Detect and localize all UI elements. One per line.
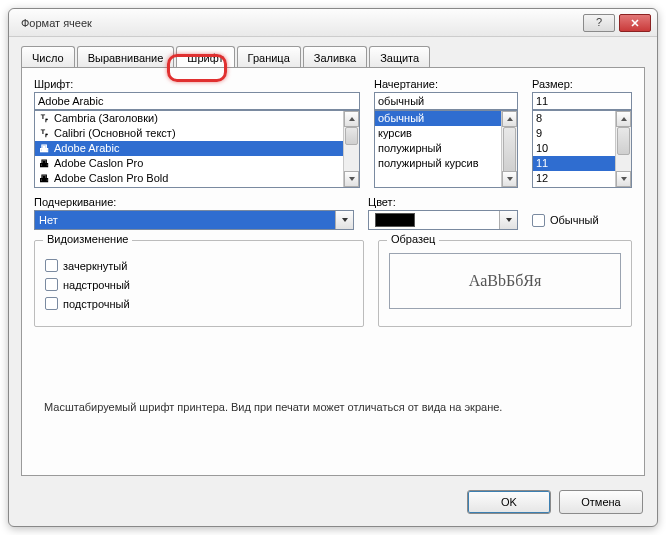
normal-font-checkbox[interactable]: Обычный	[532, 214, 599, 227]
close-button[interactable]	[619, 14, 651, 32]
printer-font-icon: 🖶	[38, 141, 50, 156]
underline-value: Нет	[35, 211, 335, 229]
tab-number[interactable]: Число	[21, 46, 75, 68]
dropdown-button[interactable]	[335, 211, 353, 229]
list-item[interactable]: 🖶Adobe Arabic	[35, 141, 343, 156]
font-input[interactable]: Adobe Arabic	[34, 92, 360, 110]
scrollbar[interactable]	[343, 111, 359, 187]
font-listbox[interactable]: ᵀᵣCambria (Заголовки) ᵀᵣCalibri (Основно…	[34, 110, 360, 188]
scrollbar[interactable]	[501, 111, 517, 187]
size-label: Размер:	[532, 78, 632, 90]
list-item[interactable]: курсив	[375, 126, 501, 141]
list-item[interactable]: 12	[533, 171, 615, 186]
help-button[interactable]: ?	[583, 14, 615, 32]
tab-font[interactable]: Шрифт	[176, 46, 234, 68]
ok-button[interactable]: OK	[467, 490, 551, 514]
scroll-up-button[interactable]	[344, 111, 359, 127]
list-item[interactable]: полужирный курсив	[375, 156, 501, 171]
tab-alignment[interactable]: Выравнивание	[77, 46, 175, 68]
list-item[interactable]: 🖶Adobe Caslon Pro Bold	[35, 171, 343, 186]
superscript-checkbox[interactable]: надстрочный	[45, 278, 353, 291]
titlebar: Формат ячеек ?	[9, 9, 657, 37]
list-item[interactable]: 8	[533, 111, 615, 126]
effects-group: Видоизменение зачеркнутый надстрочный по…	[34, 240, 364, 327]
size-input[interactable]: 11	[532, 92, 632, 110]
effects-legend: Видоизменение	[43, 233, 132, 245]
dropdown-button[interactable]	[499, 211, 517, 229]
scroll-down-button[interactable]	[344, 171, 359, 187]
truetype-icon: ᵀᵣ	[38, 111, 50, 126]
tab-protection[interactable]: Защита	[369, 46, 430, 68]
sample-legend: Образец	[387, 233, 439, 245]
underline-label: Подчеркивание:	[34, 196, 354, 208]
style-listbox[interactable]: обычный курсив полужирный полужирный кур…	[374, 110, 518, 188]
scroll-thumb[interactable]	[617, 127, 630, 155]
subscript-checkbox[interactable]: подстрочный	[45, 297, 353, 310]
style-input[interactable]: обычный	[374, 92, 518, 110]
printer-font-icon: 🖶	[38, 186, 50, 188]
footnote: Масштабируемый шрифт принтера. Вид при п…	[44, 401, 502, 413]
list-item[interactable]: 9	[533, 126, 615, 141]
strikethrough-checkbox[interactable]: зачеркнутый	[45, 259, 353, 272]
sample-preview: AaBbБбЯя	[389, 253, 621, 309]
list-item[interactable]: 🖶Adobe Devanagari	[35, 186, 343, 188]
checkbox-box	[532, 214, 545, 227]
color-combo[interactable]	[368, 210, 518, 230]
scrollbar[interactable]	[615, 111, 631, 187]
svg-text:?: ?	[596, 18, 602, 28]
printer-font-icon: 🖶	[38, 171, 50, 186]
list-item[interactable]: 🖶Adobe Caslon Pro	[35, 156, 343, 171]
tab-strip: Число Выравнивание Шрифт Граница Заливка…	[21, 46, 645, 68]
scroll-up-button[interactable]	[616, 111, 631, 127]
truetype-icon: ᵀᵣ	[38, 126, 50, 141]
size-listbox[interactable]: 8 9 10 11 12 14	[532, 110, 632, 188]
scroll-down-button[interactable]	[616, 171, 631, 187]
scroll-down-button[interactable]	[502, 171, 517, 187]
style-label: Начертание:	[374, 78, 518, 90]
printer-font-icon: 🖶	[38, 156, 50, 171]
underline-combo[interactable]: Нет	[34, 210, 354, 230]
sample-group: Образец AaBbБбЯя	[378, 240, 632, 327]
list-item[interactable]: ᵀᵣCambria (Заголовки)	[35, 111, 343, 126]
scroll-thumb[interactable]	[503, 127, 516, 173]
list-item[interactable]: обычный	[375, 111, 501, 126]
list-item[interactable]: 14	[533, 186, 615, 188]
list-item[interactable]: 11	[533, 156, 615, 171]
font-label: Шрифт:	[34, 78, 360, 90]
list-item[interactable]: ᵀᵣCalibri (Основной текст)	[35, 126, 343, 141]
list-item[interactable]: 10	[533, 141, 615, 156]
color-swatch	[375, 213, 415, 227]
color-label: Цвет:	[368, 196, 518, 208]
tab-border[interactable]: Граница	[237, 46, 301, 68]
window-title: Формат ячеек	[21, 17, 583, 29]
scroll-thumb[interactable]	[345, 127, 358, 145]
scroll-up-button[interactable]	[502, 111, 517, 127]
list-item[interactable]: полужирный	[375, 141, 501, 156]
cancel-button[interactable]: Отмена	[559, 490, 643, 514]
tab-fill[interactable]: Заливка	[303, 46, 367, 68]
